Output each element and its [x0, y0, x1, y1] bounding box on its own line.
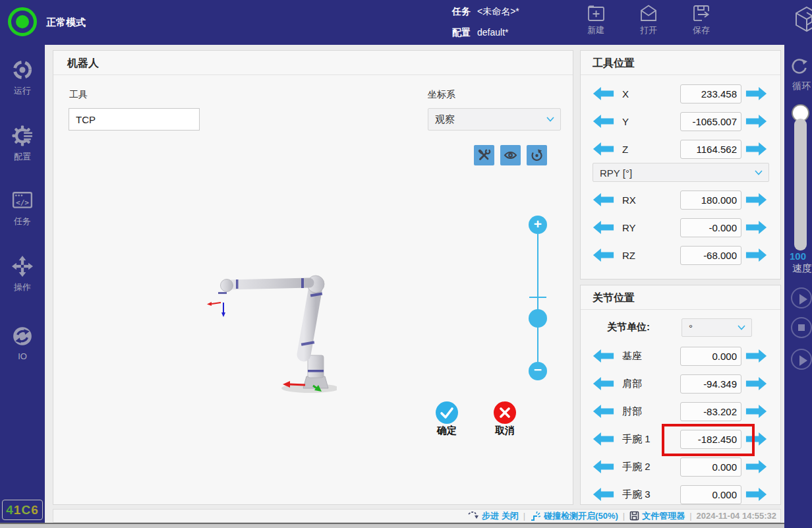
tool-rotation-value-input[interactable]	[680, 246, 741, 265]
sidebar-item-move[interactable]: 操作	[0, 256, 45, 293]
jog-plus-arrow-button[interactable]	[745, 114, 767, 129]
tool-axis-value-input[interactable]	[680, 112, 741, 131]
jog-minus-arrow-button[interactable]	[593, 376, 614, 391]
close-icon	[494, 401, 516, 424]
jog-minus-arrow-button[interactable]	[593, 114, 614, 129]
joint-row: 基座	[581, 342, 780, 370]
joint-value-input[interactable]	[680, 374, 741, 394]
joint-row: 手腕 2	[581, 453, 780, 481]
play-button[interactable]	[791, 287, 812, 308]
tool-rotation-value-input[interactable]	[680, 218, 741, 237]
chevron-down-icon	[546, 117, 554, 122]
jog-minus-arrow-button[interactable]	[593, 432, 614, 446]
jog-minus-arrow-button[interactable]	[593, 459, 614, 474]
jog-plus-arrow-button[interactable]	[745, 432, 767, 446]
joint-value-input[interactable]	[680, 430, 741, 449]
tool-position-title: 工具位置	[581, 51, 780, 75]
jog-minus-arrow-button[interactable]	[593, 220, 614, 235]
file-manager-button[interactable]: 文件管理器	[629, 510, 685, 522]
jog-plus-arrow-button[interactable]	[745, 487, 767, 502]
save-file-button[interactable]: 保存	[680, 2, 722, 43]
jog-plus-arrow-button[interactable]	[745, 220, 767, 235]
cancel-button[interactable]	[494, 401, 516, 424]
coord-select[interactable]: 观察	[428, 108, 561, 131]
zoom-slider-tick	[529, 297, 546, 298]
value-input-wrap	[680, 191, 741, 210]
joint-row: 肩部	[581, 370, 780, 397]
jog-plus-arrow-button[interactable]	[745, 86, 767, 101]
joint-value-input[interactable]	[680, 347, 741, 366]
jog-minus-arrow-button[interactable]	[593, 142, 614, 156]
joint-position-card: 关节位置 关节单位: ° 基座肩部肘部手腕 1手腕 2手腕 3	[580, 285, 781, 505]
jog-plus-arrow-button[interactable]	[745, 376, 767, 391]
step-play-button[interactable]	[791, 349, 812, 370]
sidebar-item-io[interactable]: IO	[0, 326, 45, 361]
jog-plus-arrow-button[interactable]	[745, 349, 767, 363]
robot-panel: 机器人 工具 坐标系 观察	[53, 50, 573, 505]
tool-axis-value-input[interactable]	[680, 140, 741, 159]
sidebar-item-task[interactable]: </>任务	[0, 190, 45, 227]
tool-rotation-value-input[interactable]	[680, 191, 741, 210]
rotate-view-icon	[530, 148, 544, 162]
left-sidebar: 运行配置</>任务操作IO 41C6	[0, 45, 45, 523]
jog-minus-arrow-button[interactable]	[593, 349, 614, 363]
right-sidebar: 循环 100 速度	[784, 45, 812, 528]
rotation-format-value: RPY [°]	[600, 167, 632, 178]
joint-value-input[interactable]	[680, 485, 741, 504]
confirm-button[interactable]	[436, 401, 458, 424]
zoom-out-button[interactable]: −	[529, 362, 547, 380]
tool-axis-value-input[interactable]	[680, 84, 741, 103]
tool-axis-label: Z	[622, 144, 628, 155]
jog-minus-arrow-button[interactable]	[593, 86, 614, 101]
jog-minus-arrow-button[interactable]	[593, 248, 614, 262]
jog-minus-arrow-button[interactable]	[593, 192, 614, 207]
joint-value-input[interactable]	[680, 402, 741, 421]
tool-axis-row: Y	[581, 107, 780, 135]
loop-label[interactable]: 循环	[792, 80, 811, 92]
value-input-wrap	[680, 218, 741, 237]
new-file-icon	[586, 3, 606, 23]
collision-icon	[530, 511, 541, 521]
jog-plus-arrow-button[interactable]	[745, 404, 767, 419]
tool-rotation-label: RZ	[622, 250, 635, 261]
speed-slider-track[interactable]	[794, 119, 807, 250]
view-visibility-button[interactable]	[500, 145, 521, 165]
loop-icon[interactable]	[790, 57, 809, 79]
view-tools-button[interactable]	[474, 145, 494, 165]
jog-minus-arrow-button[interactable]	[593, 404, 614, 419]
app-cube-logo-icon[interactable]	[792, 5, 812, 36]
tool-input[interactable]	[69, 108, 200, 131]
rotation-format-select[interactable]: RPY [°]	[593, 163, 769, 182]
collision-detection-status[interactable]: 碰撞检测开启(50%)	[530, 510, 618, 522]
status-bar: 步进 关闭 | 碰撞检测开启(50%) | 文件管理器 | 2024-11-04…	[53, 509, 781, 523]
zoom-slider-track[interactable]	[537, 234, 538, 362]
mode-label: 正常模式	[46, 16, 86, 29]
view-rotate-button[interactable]	[527, 145, 547, 165]
jog-plus-arrow-button[interactable]	[745, 248, 767, 262]
joint-label: 肘部	[622, 405, 642, 418]
jog-minus-arrow-button[interactable]	[593, 487, 614, 502]
sidebar-item-run[interactable]: 运行	[0, 59, 45, 97]
sidebar-item-settings[interactable]: 配置	[0, 125, 45, 163]
robot-3d-view[interactable]	[205, 264, 337, 396]
bottom-edge-strip	[0, 523, 784, 528]
zoom-slider-thumb[interactable]	[529, 309, 547, 328]
joint-value-input[interactable]	[680, 457, 741, 477]
speed-value: 100	[790, 250, 806, 262]
step-mode-status[interactable]: 步进 关闭	[468, 510, 519, 522]
joint-position-title: 关节位置	[581, 285, 780, 310]
open-file-button[interactable]: 打开	[627, 2, 670, 43]
joint-unit-select[interactable]: °	[682, 318, 752, 337]
jog-plus-arrow-button[interactable]	[745, 459, 767, 474]
badge-char: 6	[31, 503, 39, 517]
tool-rotation-row: RY	[581, 214, 780, 241]
datetime-label: 2024-11-04 14:55:32	[697, 511, 776, 521]
zoom-in-button[interactable]: +	[529, 216, 547, 234]
jog-plus-arrow-button[interactable]	[745, 142, 767, 156]
joint-label: 手腕 1	[622, 433, 651, 446]
task-value: <未命名>*	[477, 6, 519, 16]
jog-plus-arrow-button[interactable]	[745, 192, 767, 207]
stop-button[interactable]	[791, 317, 812, 338]
value-input-wrap	[680, 347, 741, 366]
new-file-button[interactable]: 新建	[575, 2, 617, 43]
